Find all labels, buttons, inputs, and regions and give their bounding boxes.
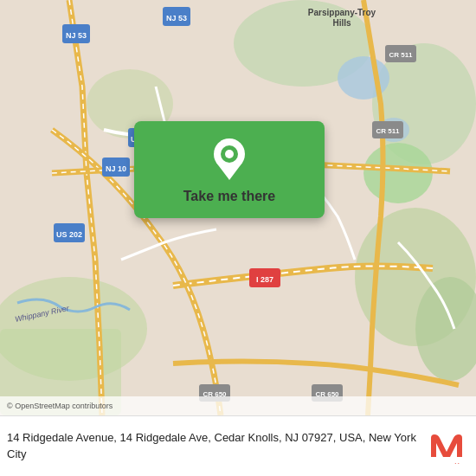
svg-text:© OpenStreetMap contributors: © OpenStreetMap contributors: [7, 402, 113, 410]
svg-text:Hills: Hills: [332, 18, 351, 28]
svg-point-39: [225, 150, 234, 158]
location-pin-icon: [212, 138, 247, 180]
svg-text:I 287: I 287: [256, 275, 273, 284]
svg-point-5: [363, 143, 433, 203]
take-me-there-button[interactable]: Take me there: [183, 189, 275, 204]
svg-point-9: [338, 56, 389, 100]
svg-text:CR 511: CR 511: [376, 127, 400, 135]
svg-text:NJ 53: NJ 53: [166, 14, 187, 23]
moovit-logo-svg: moovit: [428, 429, 466, 464]
popup-card: Take me there: [134, 121, 325, 218]
svg-text:US 202: US 202: [56, 230, 82, 239]
svg-text:moovit: moovit: [433, 461, 460, 464]
address-text: 14 Ridgedale Avenue, 14 Ridgedale Ave, C…: [7, 430, 419, 461]
moovit-logo: moovit: [428, 429, 466, 464]
map-container: Whippany River NJ 53 US 202 US 202 NJ 10…: [0, 0, 476, 415]
svg-text:Parsippany-Troy: Parsippany-Troy: [308, 8, 376, 17]
info-bar: 14 Ridgedale Avenue, 14 Ridgedale Ave, C…: [0, 415, 476, 476]
svg-text:NJ 10: NJ 10: [106, 164, 126, 173]
svg-text:NJ 53: NJ 53: [66, 31, 87, 40]
svg-text:CR 511: CR 511: [389, 51, 413, 59]
